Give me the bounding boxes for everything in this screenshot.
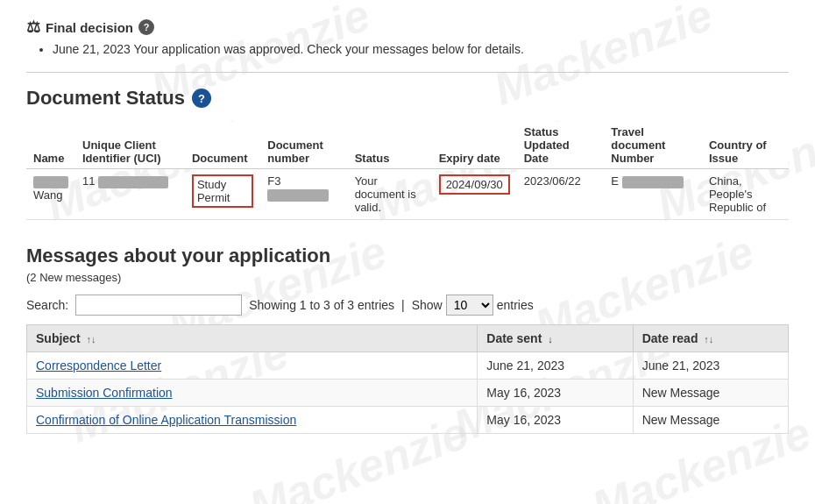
scale-icon: ⚖ [26, 18, 40, 37]
show-label: Show [412, 298, 443, 312]
expiry-date-value: 2024/09/30 [439, 174, 510, 195]
uci-prefix: 11 [82, 174, 95, 188]
entries-select[interactable]: 10 25 50 100 [446, 295, 493, 316]
document-status-title: Document Status ? [26, 87, 789, 110]
cell-document: Study Permit [185, 169, 260, 220]
date-read-sort-icon[interactable]: ↑↓ [704, 334, 713, 344]
col-travel-doc: Travel document Number [604, 122, 702, 169]
final-decision-header: ⚖ Final decision ? [26, 18, 789, 37]
subject-sort-icon[interactable]: ↑↓ [86, 334, 96, 344]
showing-text: Showing 1 to 3 of 3 entries [249, 298, 394, 312]
redacted-uci [98, 176, 168, 188]
col-date-read-header: Date read ↑↓ [633, 325, 788, 352]
msg-subject-link[interactable]: Submission Confirmation [36, 386, 173, 400]
study-permit-value: Study Permit [192, 174, 253, 208]
msg-subject: Submission Confirmation [27, 380, 478, 407]
new-messages-count: (2 New messages) [26, 271, 789, 284]
msg-date-sent: June 21, 2023 [478, 352, 633, 380]
message-row: Correspondence Letter June 21, 2023 June… [27, 352, 789, 380]
col-status: Status [348, 122, 432, 169]
travel-prefix: E [611, 174, 619, 188]
final-decision-help-icon[interactable]: ? [138, 19, 154, 35]
cell-doc-number: F3 [260, 169, 347, 220]
pipe-separator: | [401, 298, 405, 312]
col-country: Country of Issue [702, 122, 789, 169]
msg-date-sent: May 16, 2023 [478, 407, 633, 434]
document-status-help-icon[interactable]: ? [192, 89, 211, 108]
document-status-table: Name Unique Client Identifier (UCI) Docu… [26, 122, 789, 220]
col-status-updated: Status Updated Date [517, 122, 605, 169]
cell-name: Wang [26, 169, 75, 220]
message-row: Confirmation of Online Application Trans… [27, 407, 789, 434]
date-sent-sort-icon[interactable]: ↓ [548, 334, 553, 344]
name-value: Wang [33, 188, 62, 202]
divider-1 [26, 72, 789, 73]
cell-travel-doc: E [604, 169, 702, 220]
col-name: Name [26, 122, 75, 169]
message-row: Submission Confirmation May 16, 2023 New… [27, 380, 789, 407]
show-entries-group: Show 10 25 50 100 entries [412, 295, 534, 316]
cell-status-updated: 2023/06/22 [517, 169, 605, 220]
final-decision-section: ⚖ Final decision ? June 21, 2023 Your ap… [26, 18, 789, 56]
final-decision-list: June 21, 2023 Your application was appro… [26, 42, 789, 56]
search-label: Search: [26, 298, 68, 312]
messages-table: Subject ↑↓ Date sent ↓ Date read ↑↓ Corr… [26, 324, 789, 434]
cell-uci: 11 [75, 169, 185, 220]
col-uci: Unique Client Identifier (UCI) [75, 122, 185, 169]
msg-subject-link[interactable]: Confirmation of Online Application Trans… [36, 413, 296, 427]
col-expiry: Expiry date [432, 122, 517, 169]
col-document: Document [185, 122, 260, 169]
redacted-doc-number [267, 189, 329, 202]
document-status-section: Document Status ? Name Unique Client Ide… [26, 87, 789, 220]
msg-date-read: June 21, 2023 [633, 352, 788, 380]
table-row: Wang 11 Study Permit F3 Your document is… [26, 169, 789, 220]
search-row: Search: Showing 1 to 3 of 3 entries | Sh… [26, 295, 789, 316]
cell-country: China, People's Republic of [702, 169, 789, 220]
cell-expiry: 2024/09/30 [432, 169, 517, 220]
msg-subject: Correspondence Letter [27, 352, 478, 380]
msg-date-sent: May 16, 2023 [478, 380, 633, 407]
msg-subject-link[interactable]: Correspondence Letter [36, 358, 161, 373]
msg-date-read: New Message [633, 380, 788, 407]
col-doc-number: Document number [260, 122, 347, 169]
messages-section: Messages about your application (2 New m… [26, 245, 789, 434]
msg-date-read: New Message [633, 407, 788, 434]
messages-title: Messages about your application [26, 245, 789, 267]
redacted-travel [622, 176, 684, 188]
entries-label: entries [497, 298, 534, 312]
cell-status: Your document is valid. [348, 169, 432, 220]
final-decision-label: Final decision [46, 20, 133, 35]
col-subject-header: Subject ↑↓ [27, 325, 478, 352]
redacted-name [33, 176, 68, 188]
search-input[interactable] [75, 295, 242, 316]
final-decision-item: June 21, 2023 Your application was appro… [53, 42, 789, 56]
main-content: ⚖ Final decision ? June 21, 2023 Your ap… [26, 18, 789, 434]
doc-number-prefix: F3 [267, 174, 280, 188]
msg-subject: Confirmation of Online Application Trans… [27, 407, 478, 434]
col-date-sent-header: Date sent ↓ [478, 325, 633, 352]
